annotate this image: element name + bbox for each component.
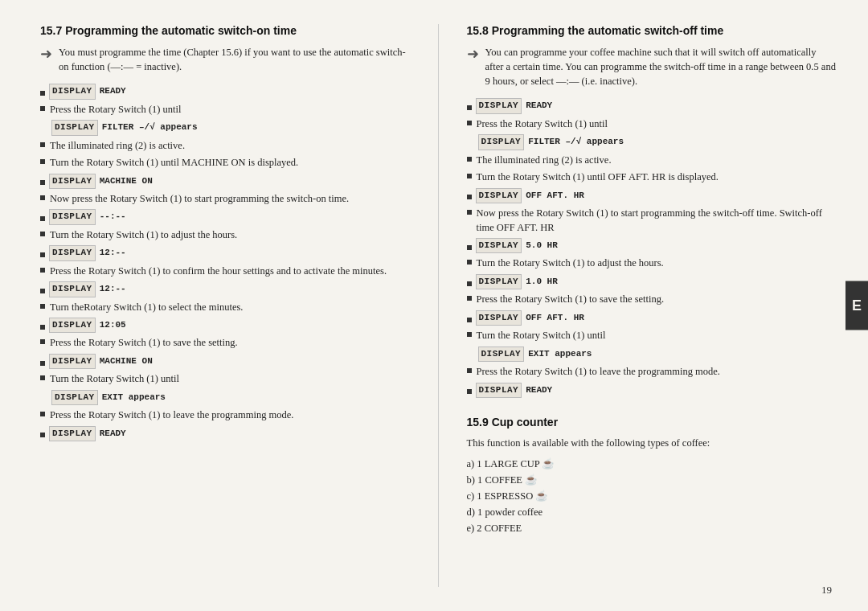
list-item: DISPLAY12:-- <box>40 281 410 297</box>
display-tag: DISPLAY <box>49 426 96 441</box>
display-value: 1.0 HR <box>526 276 558 288</box>
right-column: 15.8 Programming the automatic switch-of… <box>467 24 837 587</box>
bullet-text: Press the Rotary Switch (1) until <box>477 117 608 132</box>
display-tag: DISPLAY <box>476 98 522 113</box>
cup-list-item: e) 2 COFFEE <box>467 520 837 536</box>
display-tag: DISPLAY <box>49 245 96 260</box>
list-item-indent: DISPLAYEXIT appears <box>467 347 837 362</box>
column-divider <box>438 24 439 587</box>
list-item: DISPLAY12:05 <box>40 318 410 333</box>
side-tab-e: E <box>845 281 868 330</box>
cup-counter-section: 15.9 Cup counter This function is availa… <box>467 416 837 536</box>
display-value: MACHINE ON <box>100 175 153 187</box>
list-item: DISPLAY--:-- <box>40 209 410 224</box>
list-item: DISPLAYREADY <box>40 426 410 441</box>
cup-list-item: d) 1 powder coffee <box>467 504 837 520</box>
display-tag: DISPLAY <box>478 134 525 150</box>
bullet-text: Now press the Rotary Switch (1) to start… <box>50 192 349 207</box>
list-item: Press the Rotary Switch (1) until <box>40 103 410 117</box>
cup-counter-title: 15.9 Cup counter <box>467 416 837 429</box>
list-item-indent: DISPLAYEXIT appears <box>40 390 410 405</box>
list-item: DISPLAYREADY <box>40 84 410 99</box>
cup-list-item: a) 1 LARGE CUP ☕ <box>467 456 837 472</box>
display-tag: DISPLAY <box>49 354 96 369</box>
display-value: FILTER –/√ appears <box>528 136 624 148</box>
bullet-text: Press the Rotary Switch (1) to leave the… <box>50 408 293 423</box>
display-tag: DISPLAY <box>476 274 522 289</box>
list-item: DISPLAYMACHINE ON <box>40 174 410 189</box>
cup-list: a) 1 LARGE CUP ☕b) 1 COFFEE ☕c) 1 ESPRES… <box>467 456 837 536</box>
list-item: Turn the Rotary Switch (1) until <box>467 329 837 343</box>
bullet-text: Turn the Rotary Switch (1) to adjust the… <box>50 228 237 243</box>
display-value: READY <box>526 100 552 112</box>
display-tag: DISPLAY <box>476 238 522 253</box>
list-item: Turn theRotary Switch (1) to select the … <box>40 301 410 315</box>
display-tag: DISPLAY <box>49 318 96 333</box>
list-item: Turn the Rotary Switch (1) until OFF AFT… <box>467 170 837 185</box>
list-item: The illuminated ring (2) is active. <box>40 139 410 154</box>
list-item: Press the Rotary Switch (1) to save the … <box>40 336 410 351</box>
cup-list-item: b) 1 COFFEE ☕ <box>467 472 837 488</box>
list-item: DISPLAYREADY <box>467 383 837 398</box>
display-value: EXIT appears <box>102 392 166 404</box>
display-value: OFF AFT. HR <box>526 190 584 202</box>
page: 15.7 Programming the automatic switch-on… <box>0 0 868 611</box>
bullet-text: Turn the Rotary Switch (1) until <box>50 372 179 387</box>
list-item: Turn the Rotary Switch (1) to adjust the… <box>40 228 410 243</box>
bullet-text: Turn the Rotary Switch (1) until <box>477 329 606 343</box>
display-value: 5.0 HR <box>526 240 558 252</box>
display-value: 12:-- <box>100 247 126 259</box>
display-tag: DISPLAY <box>478 347 525 362</box>
display-tag: DISPLAY <box>476 188 522 203</box>
display-tag: DISPLAY <box>51 120 98 135</box>
arrow-icon-right: ➜ <box>467 43 479 64</box>
right-note-text: You can programme your coffee machine su… <box>485 45 837 88</box>
display-tag: DISPLAY <box>49 281 96 297</box>
display-tag: DISPLAY <box>51 390 98 405</box>
list-item: Press the Rotary Switch (1) until <box>467 117 837 132</box>
arrow-icon-left: ➜ <box>40 43 52 64</box>
cup-list-item: c) 1 ESPRESSO ☕ <box>467 488 837 504</box>
display-tag: DISPLAY <box>49 174 96 189</box>
display-value: READY <box>100 85 126 97</box>
content: 15.7 Programming the automatic switch-on… <box>0 0 868 611</box>
left-section-title: 15.7 Programming the automatic switch-on… <box>40 24 410 37</box>
list-item: Press the Rotary Switch (1) to leave the… <box>467 365 837 379</box>
bullet-text: The illuminated ring (2) is active. <box>477 154 612 168</box>
list-item: DISPLAY12:-- <box>40 245 410 260</box>
left-note-text: You must programme the time (Chapter 15.… <box>59 45 410 74</box>
display-value: EXIT appears <box>528 348 592 360</box>
bullet-text: Press the Rotary Switch (1) to leave the… <box>477 365 720 379</box>
list-item-indent: DISPLAYFILTER –/√ appears <box>40 120 410 135</box>
list-item: Turn the Rotary Switch (1) until <box>40 372 410 387</box>
bullet-text: Press the Rotary Switch (1) until <box>50 103 182 117</box>
bullet-text: Now press the Rotary Switch (1) to start… <box>477 207 837 235</box>
page-number: 19 <box>821 584 832 597</box>
display-tag: DISPLAY <box>49 84 96 99</box>
right-bullet-list: DISPLAYREADYPress the Rotary Switch (1) … <box>467 98 837 401</box>
display-value: FILTER –/√ appears <box>102 121 198 133</box>
list-item: DISPLAYMACHINE ON <box>40 354 410 369</box>
bullet-text: The illuminated ring (2) is active. <box>50 139 185 154</box>
list-item: Press the Rotary Switch (1) to save the … <box>467 293 837 307</box>
display-value: MACHINE ON <box>100 355 153 367</box>
left-bullet-list: DISPLAYREADYPress the Rotary Switch (1) … <box>40 84 410 445</box>
display-tag: DISPLAY <box>49 209 96 224</box>
bullet-text: Press the Rotary Switch (1) to save the … <box>477 293 665 307</box>
list-item: Turn the Rotary Switch (1) until MACHINE… <box>40 156 410 170</box>
bullet-text: Press the Rotary Switch (1) to save the … <box>50 336 238 351</box>
display-value: READY <box>100 428 126 440</box>
display-value: 12:05 <box>100 319 126 331</box>
left-note-box: ➜ You must programme the time (Chapter 1… <box>40 45 410 74</box>
left-column: 15.7 Programming the automatic switch-on… <box>40 24 410 587</box>
display-value: --:-- <box>100 211 126 223</box>
list-item: The illuminated ring (2) is active. <box>467 154 837 168</box>
list-item: Now press the Rotary Switch (1) to start… <box>40 192 410 207</box>
bullet-text: Turn the Rotary Switch (1) until OFF AFT… <box>477 170 719 185</box>
cup-counter-intro: This function is available with the foll… <box>467 437 837 451</box>
bullet-text: Turn the Rotary Switch (1) until MACHINE… <box>50 156 298 170</box>
bullet-text: Turn theRotary Switch (1) to select the … <box>50 301 243 315</box>
display-tag: DISPLAY <box>476 383 522 398</box>
display-tag: DISPLAY <box>476 310 522 326</box>
list-item: Press the Rotary Switch (1) to leave the… <box>40 408 410 423</box>
